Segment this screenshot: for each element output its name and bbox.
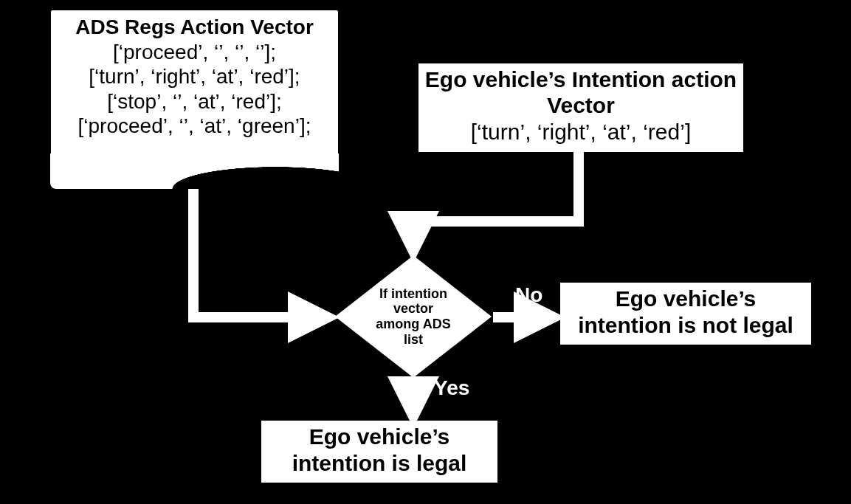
- ego-title-line: Ego vehicle’s Intention action: [418, 66, 743, 92]
- edge-label-no: No: [515, 283, 542, 307]
- result-line: Ego vehicle’s: [560, 286, 811, 312]
- result-legal: Ego vehicle’s intention is legal: [261, 421, 497, 483]
- ads-row: [‘proceed’, ‘’, ‘’, ‘’];: [51, 40, 338, 65]
- ads-ellipsis: …: [51, 139, 338, 164]
- decision-line: list: [404, 332, 423, 348]
- decision-line: among ADS: [376, 317, 450, 332]
- ego-vector: [‘turn’, ‘right’, ‘at’, ‘red’]: [418, 119, 743, 145]
- result-line: Ego vehicle’s: [261, 424, 497, 450]
- result-not-legal: Ego vehicle’s intention is not legal: [560, 283, 811, 345]
- ads-row: [‘proceed’, ‘’, ‘at’, ‘green’];: [51, 114, 338, 139]
- ads-row: [‘stop’, ‘’, ‘at’, ‘red’];: [51, 89, 338, 114]
- ego-title-line: Vector: [418, 92, 743, 118]
- ego-intention-box: Ego vehicle’s Intention action Vector [‘…: [416, 61, 745, 154]
- decision-line: If intention: [379, 286, 447, 302]
- result-line: intention is not legal: [560, 312, 811, 339]
- result-line: intention is legal: [261, 450, 497, 477]
- decision-line: vector: [393, 301, 433, 317]
- ads-row: [‘turn’, ‘right’, ‘at’, ‘red’];: [51, 64, 338, 89]
- decision-diamond: If intention vector among ADS list: [335, 255, 492, 378]
- ads-title: ADS Regs Action Vector: [51, 15, 338, 40]
- decision-text: If intention vector among ADS list: [335, 255, 492, 378]
- edge-label-yes: Yes: [434, 376, 469, 400]
- ads-regs-document: ADS Regs Action Vector [‘proceed’, ‘’, ‘…: [51, 10, 338, 171]
